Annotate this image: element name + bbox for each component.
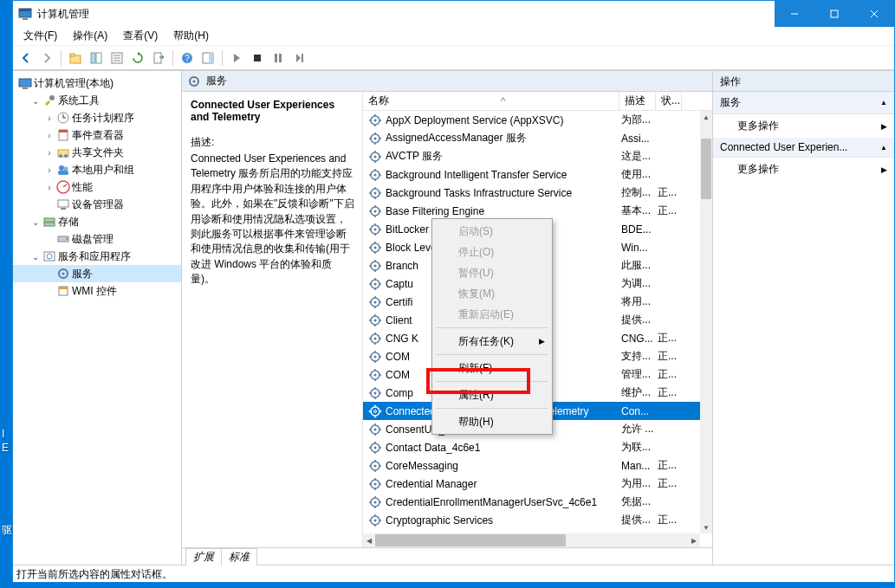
- service-row[interactable]: CredentialEnrollmentManagerUserSvc_4c6e1…: [363, 493, 700, 511]
- menu-action[interactable]: 操作(A): [66, 27, 114, 45]
- scroll-thumb[interactable]: [701, 139, 711, 199]
- action-more-1[interactable]: 更多操作▶: [713, 114, 894, 138]
- navigation-tree[interactable]: 计算机管理(本地) ⌄系统工具 ›任务计划程序 ›事件查看器 ›共享文件夹 ›本…: [13, 71, 182, 565]
- context-pause: 暂停(U): [434, 262, 550, 283]
- expand-icon[interactable]: ›: [44, 148, 55, 158]
- close-button[interactable]: [854, 1, 894, 27]
- service-row[interactable]: AVCTP 服务这是...: [363, 147, 700, 165]
- service-row[interactable]: Background Tasks Infrastructure Service控…: [363, 184, 700, 202]
- up-button[interactable]: [66, 48, 85, 68]
- collapse-icon[interactable]: ⌄: [30, 252, 41, 262]
- stop-button[interactable]: [248, 48, 267, 68]
- svg-point-82: [369, 192, 371, 194]
- actions-section-selected[interactable]: Connected User Experien...▲: [713, 138, 894, 158]
- restart-button[interactable]: [289, 48, 308, 68]
- expand-icon[interactable]: ›: [44, 113, 55, 123]
- service-name: Cryptographic Services: [386, 514, 621, 527]
- service-row[interactable]: Background Intelligent Transfer Service使…: [363, 165, 700, 184]
- tree-performance[interactable]: ›性能: [13, 178, 181, 196]
- show-hide-tree-button[interactable]: [87, 48, 106, 68]
- tree-root[interactable]: 计算机管理(本地): [13, 74, 181, 92]
- context-help[interactable]: 帮助(H): [434, 411, 550, 432]
- service-row[interactable]: AssignedAccessManager 服务Assi...: [363, 129, 700, 147]
- service-name: Background Tasks Infrastructure Service: [386, 187, 621, 199]
- tree-services[interactable]: 服务: [13, 265, 181, 282]
- service-name: Background Intelligent Transfer Service: [386, 169, 621, 181]
- tree-services-apps[interactable]: ⌄服务和应用程序: [13, 248, 181, 265]
- svg-point-134: [374, 351, 376, 352]
- tree-shared-folders[interactable]: ›共享文件夹: [13, 144, 181, 161]
- tree-disk-management[interactable]: 磁盘管理: [13, 230, 181, 248]
- tree-event-viewer[interactable]: ›事件查看器: [13, 126, 181, 144]
- show-action-pane-button[interactable]: [198, 48, 217, 68]
- scroll-right-icon[interactable]: ▶: [688, 533, 700, 547]
- svg-rect-4: [831, 10, 838, 17]
- svg-rect-10: [96, 53, 101, 63]
- menu-file[interactable]: 文件(F): [16, 27, 64, 45]
- service-row[interactable]: Cryptographic Services提供...正...: [363, 511, 700, 529]
- svg-point-63: [374, 143, 376, 145]
- horizontal-scrollbar[interactable]: ◀ ▶: [363, 533, 700, 547]
- svg-point-146: [374, 387, 376, 389]
- maximize-button[interactable]: [814, 1, 854, 27]
- titlebar: 计算机管理: [13, 1, 894, 27]
- expand-icon[interactable]: ›: [44, 165, 55, 175]
- play-button[interactable]: [227, 48, 246, 68]
- context-separator: [436, 327, 548, 328]
- service-row[interactable]: AppX Deployment Service (AppXSVC)为部...: [363, 111, 700, 129]
- export-button[interactable]: [149, 48, 168, 68]
- tree-storage[interactable]: ⌄存储: [13, 213, 181, 230]
- service-desc: 维护...: [621, 385, 658, 400]
- svg-point-149: [379, 392, 381, 394]
- scroll-left-icon[interactable]: ◀: [363, 533, 375, 547]
- expand-icon[interactable]: ›: [44, 131, 55, 140]
- svg-point-159: [374, 434, 376, 436]
- svg-point-148: [369, 392, 371, 394]
- tree-device-manager[interactable]: 设备管理器: [13, 196, 181, 213]
- svg-point-58: [369, 120, 371, 121]
- highlight-box: [426, 368, 530, 394]
- service-row[interactable]: Base Filtering Engine基本...正...: [363, 202, 700, 220]
- expand-icon[interactable]: ›: [44, 183, 55, 192]
- service-desc: 允许 ...: [621, 422, 658, 436]
- forward-button[interactable]: [37, 48, 56, 68]
- svg-point-167: [379, 447, 381, 449]
- service-name: Base Filtering Engine: [386, 205, 621, 217]
- tree-local-users[interactable]: ›本地用户和组: [13, 161, 181, 178]
- context-all-tasks[interactable]: 所有任务(K)▶: [434, 331, 550, 352]
- actions-section-services[interactable]: 服务▲: [713, 92, 894, 114]
- menu-help[interactable]: 帮助(H): [166, 27, 216, 45]
- refresh-button[interactable]: [128, 48, 147, 68]
- menu-view[interactable]: 查看(V): [116, 27, 165, 45]
- collapse-icon[interactable]: ⌄: [30, 96, 41, 106]
- service-row[interactable]: Credential Manager为用...正...: [363, 475, 700, 493]
- scroll-down-icon[interactable]: ▼: [700, 521, 712, 533]
- hscroll-thumb[interactable]: [375, 534, 566, 546]
- tree-wmi[interactable]: WMI 控件: [13, 282, 181, 300]
- svg-point-101: [379, 247, 381, 249]
- context-separator: [436, 354, 548, 355]
- vertical-scrollbar[interactable]: ▲ ▼: [700, 111, 712, 533]
- pause-button[interactable]: [269, 48, 288, 68]
- column-description[interactable]: 描述: [619, 92, 656, 110]
- svg-rect-1: [19, 9, 31, 11]
- svg-point-99: [374, 252, 376, 254]
- properties-toolbar-button[interactable]: [107, 48, 126, 68]
- help-toolbar-button[interactable]: ?: [178, 48, 197, 68]
- column-name[interactable]: 名称^: [363, 92, 619, 110]
- tree-task-scheduler[interactable]: ›任务计划程序: [13, 109, 181, 126]
- back-button[interactable]: [16, 48, 36, 68]
- svg-point-110: [374, 278, 376, 280]
- tree-system-tools[interactable]: ⌄系统工具: [13, 92, 181, 109]
- service-row[interactable]: CoreMessagingMan...正...: [363, 456, 700, 475]
- scroll-up-icon[interactable]: ▲: [700, 111, 712, 123]
- svg-point-100: [369, 247, 371, 249]
- action-more-2[interactable]: 更多操作▶: [713, 158, 894, 181]
- tab-standard[interactable]: 标准: [221, 548, 257, 565]
- minimize-button[interactable]: [775, 1, 814, 27]
- collapse-icon[interactable]: ⌄: [30, 217, 41, 227]
- column-status[interactable]: 状...: [656, 92, 682, 110]
- tab-extended[interactable]: 扩展: [185, 548, 222, 565]
- service-row[interactable]: Contact Data_4c6e1为联...: [363, 438, 700, 456]
- svg-point-116: [374, 296, 376, 298]
